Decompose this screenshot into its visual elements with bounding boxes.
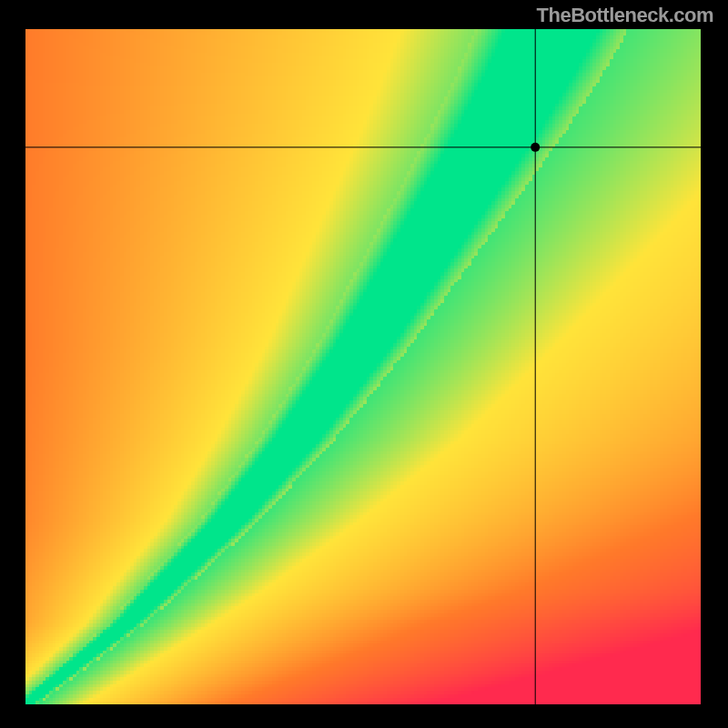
attribution-text: TheBottleneck.com [537, 4, 713, 27]
plot-area[interactable] [25, 29, 701, 704]
stage: TheBottleneck.com [0, 0, 728, 728]
heatmap-plot [25, 29, 701, 704]
